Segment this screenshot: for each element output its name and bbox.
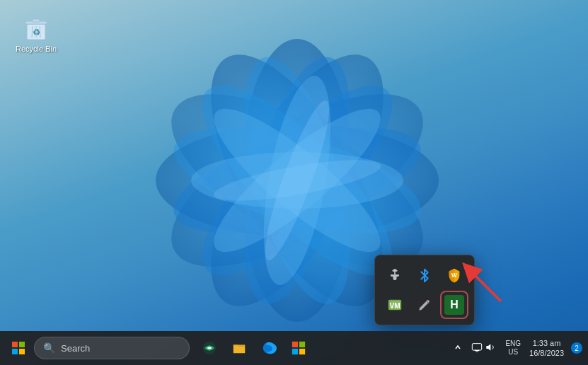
svg-rect-40 bbox=[19, 349, 25, 354]
svg-text:VM: VM bbox=[389, 302, 400, 310]
tray-icon-pen[interactable] bbox=[412, 292, 437, 318]
taskbar-file-explorer[interactable] bbox=[195, 334, 224, 362]
language-indicator[interactable]: ENG US bbox=[502, 338, 524, 358]
search-label: Search bbox=[61, 343, 90, 354]
tray-popup: W VM H bbox=[374, 255, 475, 325]
network-icon bbox=[471, 342, 483, 355]
svg-point-17 bbox=[211, 151, 383, 209]
taskbar-file-manager[interactable] bbox=[225, 334, 253, 362]
network-icon-area[interactable] bbox=[467, 339, 501, 358]
svg-point-11 bbox=[223, 47, 371, 315]
svg-rect-46 bbox=[475, 350, 480, 351]
language-region: US bbox=[505, 348, 521, 357]
svg-point-12 bbox=[251, 71, 344, 289]
tray-icon-heidisql[interactable]: H bbox=[442, 292, 467, 318]
language-name: ENG bbox=[505, 340, 521, 348]
svg-point-6 bbox=[223, 47, 371, 315]
svg-rect-41 bbox=[292, 342, 298, 347]
date-display: 16/8/2023 bbox=[529, 348, 564, 358]
svg-point-3 bbox=[156, 124, 439, 237]
svg-point-15 bbox=[197, 91, 396, 270]
search-icon: 🔍 bbox=[43, 342, 55, 354]
svg-point-0 bbox=[241, 39, 354, 322]
recycle-bin-label: Recycle Bin bbox=[16, 45, 57, 53]
recycle-bin[interactable]: ♻ Recycle Bin bbox=[13, 11, 59, 56]
svg-rect-39 bbox=[12, 349, 18, 354]
start-button[interactable] bbox=[6, 335, 31, 361]
notification-badge[interactable]: 2 bbox=[571, 342, 582, 354]
desktop: ♻ Recycle Bin bbox=[0, 0, 588, 365]
svg-point-13 bbox=[197, 91, 396, 270]
svg-rect-45 bbox=[473, 343, 482, 349]
svg-rect-43 bbox=[292, 349, 298, 354]
tray-overflow-button[interactable] bbox=[450, 340, 466, 356]
svg-rect-44 bbox=[299, 349, 305, 354]
taskbar-edge[interactable] bbox=[255, 334, 283, 362]
svg-rect-38 bbox=[19, 342, 25, 347]
system-tray: ENG US 1:33 am 16/8/2023 2 bbox=[450, 337, 582, 360]
tray-icon-bluetooth[interactable] bbox=[412, 262, 437, 288]
tray-icon-usb[interactable] bbox=[382, 262, 408, 288]
taskbar: 🔍 Search bbox=[0, 331, 588, 365]
taskbar-store[interactable] bbox=[284, 334, 313, 362]
recycle-bin-icon: ♻ bbox=[22, 14, 50, 42]
svg-rect-37 bbox=[12, 342, 18, 347]
svg-rect-29 bbox=[393, 277, 396, 280]
svg-point-14 bbox=[191, 152, 403, 209]
tray-icon-windows-security[interactable]: W bbox=[442, 262, 467, 288]
time-display: 1:33 am bbox=[529, 338, 564, 348]
svg-rect-20 bbox=[33, 19, 40, 22]
volume-icon bbox=[485, 342, 497, 355]
svg-point-8 bbox=[163, 106, 432, 254]
search-bar[interactable]: 🔍 Search bbox=[34, 337, 190, 359]
svg-point-9 bbox=[163, 106, 432, 254]
svg-rect-25 bbox=[391, 274, 399, 277]
svg-rect-42 bbox=[299, 342, 305, 347]
svg-point-16 bbox=[255, 95, 340, 265]
clock-area[interactable]: 1:33 am 16/8/2023 bbox=[525, 337, 568, 360]
taskbar-apps bbox=[195, 334, 313, 362]
tray-icon-virtualbox[interactable]: VM bbox=[382, 292, 408, 318]
svg-text:W: W bbox=[451, 272, 457, 279]
